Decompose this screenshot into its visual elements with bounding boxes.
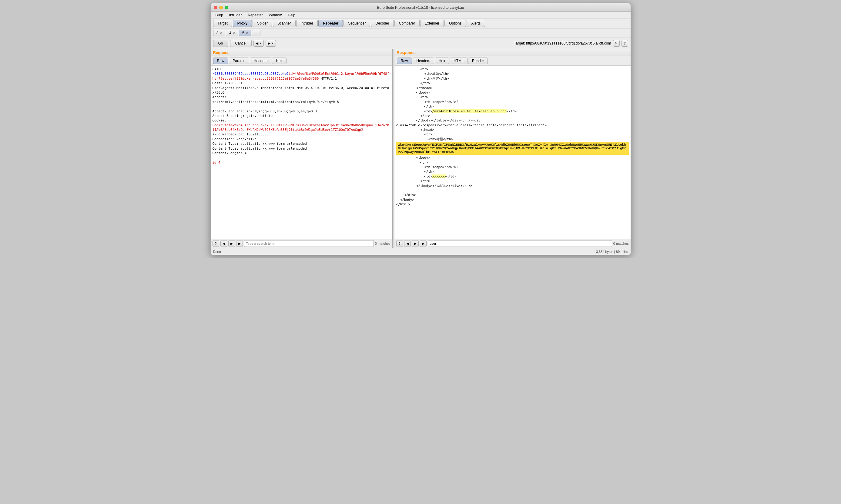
tab-options[interactable]: Options <box>444 20 466 27</box>
request-panel-tabs: Raw Params Headers Hex <box>211 56 392 66</box>
menu-burp[interactable]: Burp <box>213 13 226 18</box>
response-panel-tabs: Raw Headers Hex HTML Render <box>394 56 631 66</box>
minimize-button[interactable] <box>219 6 223 10</box>
repeater-tab-4[interactable]: 4 ✕ <box>226 30 238 36</box>
close-tab-5[interactable]: ✕ <box>245 32 248 35</box>
search-help-right[interactable]: ? <box>396 240 403 247</box>
tab-proxy[interactable]: Proxy <box>233 20 252 27</box>
menubar: Burp Intruder Repeater Window Help <box>211 12 631 18</box>
menu-window[interactable]: Window <box>267 13 285 18</box>
response-search-input[interactable] <box>428 240 612 247</box>
highlighted-response-row: Wkn43ArcEeppJaVcYEXF38fIPSuNlRBB3/HzGzal… <box>396 142 629 155</box>
tab-spider[interactable]: Spider <box>253 20 272 27</box>
toolbar: Target Proxy Spider Scanner Intruder Rep… <box>211 18 631 29</box>
close-button[interactable] <box>214 6 217 10</box>
request-search-count: 0 matches <box>375 242 391 245</box>
target-info: Target: http://08a6faf191a11e06f3dfd1dbf… <box>514 41 611 46</box>
tab-sequencer[interactable]: Sequencer <box>343 20 370 27</box>
prev-nav-button[interactable]: ◀ ▼ <box>254 40 264 47</box>
traffic-lights <box>214 6 228 10</box>
search-forward-right[interactable]: ▶ <box>420 240 427 247</box>
status-text: Done <box>213 250 221 253</box>
response-tab-html[interactable]: HTML <box>450 57 467 64</box>
request-tab-hex[interactable]: Hex <box>272 57 286 64</box>
main-window: Burp Suite Professional v1.5.18 - licens… <box>210 3 631 255</box>
edit-button[interactable]: ✎ <box>613 40 620 47</box>
statusbar: Done 3,634 bytes | 89 millis <box>211 248 631 255</box>
status-info: 3,634 bytes | 89 millis <box>596 250 628 253</box>
action-bar: Go Cancel ◀ ▼ ▶ ▼ Target: http://08a6faf… <box>211 38 631 49</box>
menu-intruder[interactable]: Intruder <box>227 13 244 18</box>
close-tab-4[interactable]: ✕ <box>233 32 235 35</box>
go-button[interactable]: Go <box>213 40 228 47</box>
repeater-tab-3[interactable]: 3 ✕ <box>213 30 226 36</box>
request-panel: Request Raw Params Headers Hex PATCH /95… <box>211 49 393 248</box>
maximize-button[interactable] <box>225 6 228 10</box>
response-text: <tr> <th>标题</th> <th>内容</th> </tr> </the… <box>396 67 547 141</box>
cancel-button[interactable]: Cancel <box>230 40 252 47</box>
response-panel-header: Response <box>394 49 631 56</box>
tab-decoder[interactable]: Decoder <box>371 20 394 27</box>
search-next-left[interactable]: ▶ <box>228 240 235 247</box>
tab-more[interactable]: ... <box>252 30 260 36</box>
titlebar: Burp Suite Professional v1.5.18 - licens… <box>211 3 631 12</box>
response-content[interactable]: <tr> <th>标题</th> <th>内容</th> </tr> </the… <box>394 66 631 239</box>
chevron-right-icon: ▶ <box>268 41 271 46</box>
request-title: Request <box>213 50 228 55</box>
menu-repeater[interactable]: Repeater <box>245 13 265 18</box>
repeater-tab-row: 3 ✕ 4 ✕ 5 ✕ ... <box>211 29 631 38</box>
tab-extender[interactable]: Extender <box>420 20 444 27</box>
tab-repeater[interactable]: Repeater <box>318 20 343 27</box>
window-title: Burp Suite Professional v1.5.18 - licens… <box>377 5 464 10</box>
response-search-count: 0 matches <box>613 242 629 245</box>
response-tab-headers[interactable]: Headers <box>413 57 434 64</box>
tab-scanner[interactable]: Scanner <box>273 20 296 27</box>
tab-intruder[interactable]: Intruder <box>296 20 318 27</box>
request-tab-params[interactable]: Params <box>229 57 249 64</box>
search-prev-left[interactable]: ◀ <box>220 240 227 247</box>
request-text: PATCH /953fb685589469deae363612b95a2837.… <box>212 67 389 164</box>
main-content: Request Raw Params Headers Hex PATCH /95… <box>211 49 631 248</box>
tab-target[interactable]: Target <box>213 20 232 27</box>
menu-help[interactable]: Help <box>285 13 298 18</box>
response-tab-render[interactable]: Render <box>468 57 488 64</box>
response-text-2: <tbody> <tr> <th scope="row">2 </th> <td… <box>396 156 473 206</box>
tab-comparer[interactable]: Comparer <box>394 20 419 27</box>
request-tab-headers[interactable]: Headers <box>250 57 271 64</box>
response-tab-raw[interactable]: Raw <box>397 57 412 64</box>
search-help-left[interactable]: ? <box>212 240 219 247</box>
request-tab-raw[interactable]: Raw <box>213 57 228 64</box>
response-search-bar: ? ◀ ▶ ▶ 0 matches <box>394 239 631 248</box>
response-title: Response <box>397 50 416 55</box>
search-prev-right[interactable]: ◀ <box>404 240 411 247</box>
search-forward-left[interactable]: ▶ <box>236 240 243 247</box>
close-tab-3[interactable]: ✕ <box>220 32 222 35</box>
repeater-tab-5[interactable]: 5 ✕ <box>239 30 251 36</box>
request-search-input[interactable] <box>244 240 374 247</box>
response-tab-hex[interactable]: Hex <box>435 57 449 64</box>
request-panel-header: Request <box>211 49 392 56</box>
search-next-right[interactable]: ▶ <box>412 240 419 247</box>
chevron-left-icon: ◀ <box>256 41 258 46</box>
next-nav-button[interactable]: ▶ ▼ <box>265 40 276 47</box>
help-button[interactable]: ? <box>621 40 628 47</box>
request-search-bar: ? ◀ ▶ ▶ 0 matches <box>211 239 392 248</box>
response-panel: Response Raw Headers Hex HTML Render <tr… <box>394 49 631 248</box>
request-content[interactable]: PATCH /953fb685589469deae363612b95a2837.… <box>211 66 392 239</box>
tab-alerts[interactable]: Alerts <box>467 20 485 27</box>
